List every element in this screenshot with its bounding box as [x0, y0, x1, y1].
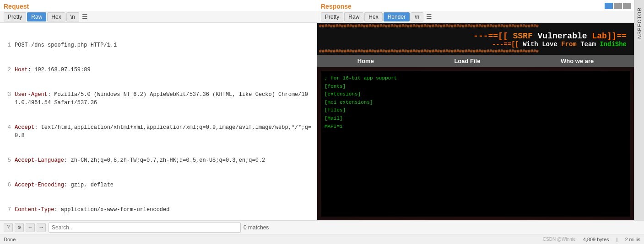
table-row: 3User-Agent: Mozilla/5.0 (Windows NT 6.2… [4, 90, 313, 107]
ssrf-title-line1: ---==[[ SSRF Vulnerable Lab]]== [317, 32, 627, 41]
request-tab-hex[interactable]: Hex [47, 12, 65, 21]
ssrf-title-line2: ---==[[ With Love From Team IndiShe [317, 41, 627, 48]
response-tab-pretty[interactable]: Pretty [321, 12, 343, 21]
ssrf-border-top: ########################################… [317, 23, 634, 30]
table-row: 7Content-Type: application/x-www-form-ur… [4, 206, 313, 214]
response-tab-raw[interactable]: Raw [344, 12, 363, 21]
code-line: MAPI=1 [325, 123, 627, 131]
code-line: [Mail] [325, 115, 627, 123]
response-tab-hex[interactable]: Hex [364, 12, 382, 21]
back-btn[interactable]: ← [26, 223, 35, 232]
ssrf-border-mid: ########################################… [317, 48, 634, 55]
status-bar: Done CSDN @Winnie 4,809 bytes | 2 millis [0, 234, 644, 244]
code-line: ; for 16-bit app support [325, 74, 627, 83]
request-tab-pretty[interactable]: Pretty [4, 12, 26, 21]
status-watermark: CSDN @Winnie [543, 237, 576, 242]
bottom-toolbar: ? ⚙ ← → 0 matches [0, 220, 644, 234]
status-bytes: 4,809 bytes [583, 237, 609, 242]
response-menu-icon[interactable]: ☰ [424, 12, 434, 21]
ssrf-body: ; for 16-bit app support [fonts] [extens… [317, 67, 634, 220]
request-menu-icon[interactable]: ☰ [80, 12, 90, 21]
ssrf-nav-whoweare[interactable]: Who we are [561, 58, 594, 64]
response-panel: Response Pretty Raw Hex Render \n ☰ ####… [317, 0, 634, 220]
table-row: 4Accept: text/html,application/xhtml+xml… [4, 123, 313, 140]
response-content: ########################################… [317, 23, 634, 220]
response-tab-bar: Pretty Raw Hex Render \n ☰ [317, 11, 634, 23]
response-header: Response [317, 0, 634, 11]
code-line: [mci extensions] [325, 99, 627, 107]
response-tab-render[interactable]: Render [384, 12, 410, 21]
settings-icon-btn[interactable]: ⚙ [15, 223, 24, 232]
main-container: Request Pretty Raw Hex \n ☰ 1POST /dns-s… [0, 0, 644, 220]
table-row: 1POST /dns-spoofing.php HTTP/1.1 [4, 41, 313, 49]
view-icon-panel[interactable] [623, 3, 631, 9]
help-icon-btn[interactable]: ? [4, 223, 13, 232]
table-row: 2Host: 192.168.97.159:89 [4, 66, 313, 74]
inspector-label: INSPECTOR [637, 7, 642, 41]
ssrf-page: ########################################… [317, 23, 634, 220]
table-row: 5Accept-Language: zh-CN,zh;q=0.8,zh-TW;q… [4, 156, 313, 164]
status-time: 2 millis [625, 237, 640, 242]
view-icon-grid[interactable] [605, 3, 613, 9]
status-right: CSDN @Winnie 4,809 bytes | 2 millis [543, 237, 640, 242]
request-code-area[interactable]: 1POST /dns-spoofing.php HTTP/1.1 2Host: … [0, 23, 317, 220]
code-line: [files] [325, 106, 627, 115]
matches-count: 0 matches [244, 224, 269, 231]
status-done: Done [4, 237, 16, 242]
request-tab-n[interactable]: \n [66, 12, 79, 21]
view-icon-list[interactable] [614, 3, 622, 9]
ssrf-code-box: ; for 16-bit app support [fonts] [extens… [321, 71, 630, 217]
ssrf-title-area: ---==[[ SSRF Vulnerable Lab]]== ---==[[ … [317, 30, 634, 48]
response-tab-n[interactable]: \n [411, 12, 423, 21]
bottom-left-controls: ? ⚙ ← → [4, 223, 46, 232]
status-pipe: | [617, 237, 618, 242]
ssrf-nav: Home Load File Who we are [317, 55, 634, 67]
request-title: Request [0, 0, 317, 11]
request-tab-bar: Pretty Raw Hex \n ☰ [0, 11, 317, 23]
request-panel: Request Pretty Raw Hex \n ☰ 1POST /dns-s… [0, 0, 317, 220]
view-icons [605, 3, 631, 9]
forward-btn[interactable]: → [37, 223, 46, 232]
inspector-panel: INSPECTOR [634, 0, 644, 220]
code-line: [extensions] [325, 90, 627, 99]
search-input[interactable] [49, 223, 241, 233]
ssrf-nav-loadfile[interactable]: Load File [454, 58, 480, 64]
code-line: [fonts] [325, 83, 627, 91]
table-row: 6Accept-Encoding: gzip, deflate [4, 181, 313, 189]
request-tab-raw[interactable]: Raw [27, 12, 46, 21]
ssrf-nav-home[interactable]: Home [357, 58, 374, 64]
response-title: Response [321, 3, 352, 10]
